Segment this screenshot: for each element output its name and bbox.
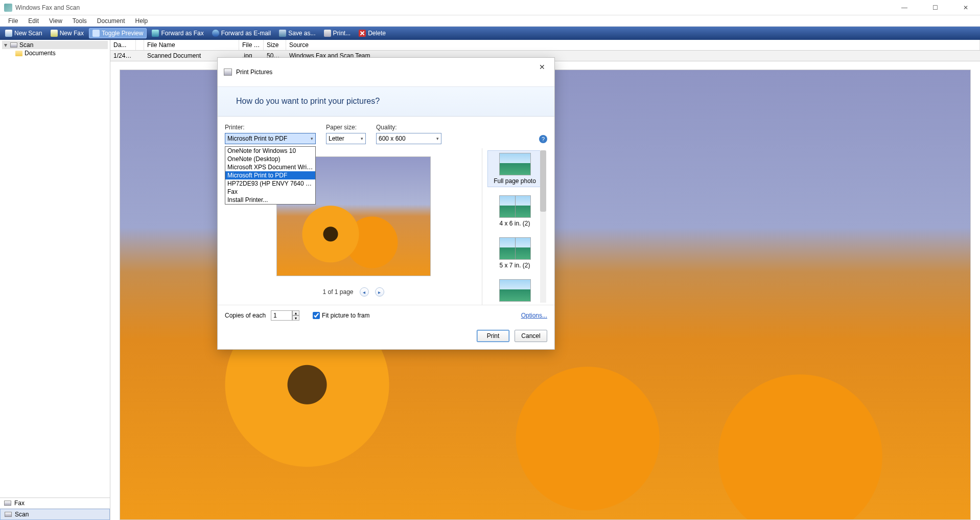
scanner-icon (10, 42, 17, 48)
menu-file[interactable]: File (3, 16, 23, 26)
pager: 1 of 1 page ◂ ▸ (322, 287, 384, 297)
pager-text: 1 of 1 page (322, 288, 353, 296)
printer-option[interactable]: Fax (225, 188, 315, 196)
forward-fax-button[interactable]: Forward as Fax (149, 29, 206, 38)
sidebar: ▾ Scan Documents Fax Scan (0, 40, 110, 520)
print-button[interactable]: Print... (321, 29, 354, 38)
layout-more[interactable] (487, 277, 542, 304)
tree-node-documents[interactable]: Documents (14, 49, 108, 57)
printer-option[interactable]: HP72DE93 (HP ENVY 7640 series) (225, 179, 315, 188)
printer-option[interactable]: Install Printer... (225, 196, 315, 204)
col-attachment[interactable] (136, 40, 144, 50)
col-filetype[interactable]: File T... (239, 40, 264, 50)
save-as-button[interactable]: Save as... (276, 29, 318, 38)
list-header: Da... File Name File T... Size Source (110, 40, 980, 51)
layout-full-page[interactable]: Full page photo (487, 150, 542, 187)
delete-button[interactable]: Delete (356, 29, 389, 38)
new-scan-button[interactable]: New Scan (2, 29, 45, 38)
forward-icon (152, 30, 159, 37)
layout-label: Full page photo (494, 177, 536, 185)
dialog-header: Print Pictures ✕ (218, 58, 554, 86)
layout-scrollbar[interactable] (540, 150, 546, 303)
app-icon (4, 4, 12, 12)
mail-icon (212, 30, 219, 37)
window-controls: — ☐ ✕ (894, 4, 976, 11)
menu-tools[interactable]: Tools (67, 16, 92, 26)
menu-document[interactable]: Document (92, 16, 130, 26)
page-next-button[interactable]: ▸ (375, 287, 384, 297)
menu-view[interactable]: View (44, 16, 67, 26)
col-source[interactable]: Source (286, 40, 980, 50)
print-confirm-button[interactable]: Print (477, 330, 509, 342)
paper-size-dropdown[interactable]: Letter ▾ (326, 133, 366, 144)
toggle-preview-button[interactable]: Toggle Preview (89, 28, 147, 38)
options-link[interactable]: Options... (521, 312, 547, 319)
dialog-close-button[interactable]: ✕ (534, 61, 550, 73)
save-icon (279, 30, 286, 37)
quality-dropdown[interactable]: 600 x 600 ▾ (376, 133, 441, 144)
menu-edit[interactable]: Edit (23, 16, 44, 26)
printer-option-selected[interactable]: Microsoft Print to PDF (225, 171, 315, 179)
chevron-down-icon: ▾ (361, 136, 363, 141)
layout-4x6[interactable]: 4 x 6 in. (2) (487, 193, 542, 229)
cell-attachment (136, 51, 144, 61)
printer-option[interactable]: OneNote for Windows 10 (225, 147, 315, 155)
dialog-body: Printer: Microsoft Print to PDF ▾ Paper … (218, 117, 554, 305)
sidebar-fax-button[interactable]: Fax (0, 498, 110, 509)
quality-label: Quality: (376, 124, 441, 131)
folder-tree: ▾ Scan Documents (0, 40, 110, 498)
printer-selected: Microsoft Print to PDF (227, 135, 287, 142)
fax-device-icon (4, 501, 11, 506)
dialog-options-row: Copies of each ▲ ▼ Fit picture to fram O… (218, 305, 554, 326)
printer-icon (224, 69, 232, 76)
col-size[interactable]: Size (264, 40, 286, 50)
minimize-button[interactable]: — (894, 4, 915, 11)
toolbar: New Scan New Fax Toggle Preview Forward … (0, 27, 980, 40)
fit-frame-checkbox[interactable]: Fit picture to fram (313, 312, 369, 319)
chevron-down-icon: ▾ (311, 136, 313, 141)
menu-help[interactable]: Help (130, 16, 153, 26)
layout-thumb (499, 237, 531, 260)
copies-up-button[interactable]: ▲ (292, 310, 299, 315)
printer-option[interactable]: Microsoft XPS Document Writer (225, 163, 315, 171)
col-filename[interactable]: File Name (144, 40, 239, 50)
chevron-down-icon: ▾ (436, 136, 439, 141)
copies-down-button[interactable]: ▼ (292, 315, 299, 321)
layout-5x7[interactable]: 5 x 7 in. (2) (487, 235, 542, 271)
menubar: File Edit View Tools Document Help (0, 15, 980, 27)
page-prev-button[interactable]: ◂ (360, 287, 369, 297)
collapse-icon[interactable]: ▾ (3, 41, 8, 49)
forward-email-button[interactable]: Forward as E-mail (209, 29, 274, 38)
col-date[interactable]: Da... (110, 40, 136, 50)
fit-frame-label: Fit picture to fram (322, 312, 369, 319)
scrollbar-thumb[interactable] (540, 150, 546, 212)
new-fax-button[interactable]: New Fax (48, 29, 87, 38)
quality-selected: 600 x 600 (379, 135, 406, 142)
copies-input[interactable] (271, 310, 292, 321)
layout-thumb (499, 195, 531, 218)
sidebar-scan-button[interactable]: Scan (0, 509, 110, 520)
sidebar-bottom: Fax Scan (0, 498, 110, 520)
printer-dropdown[interactable]: Microsoft Print to PDF ▾ (225, 133, 316, 144)
fit-frame-input[interactable] (313, 312, 320, 319)
dialog-title: Print Pictures (236, 69, 272, 76)
layout-label: 4 x 6 in. (2) (499, 220, 530, 227)
layout-thumb (499, 153, 531, 175)
folder-icon (15, 51, 22, 56)
copies-label: Copies of each (225, 312, 266, 319)
copies-spinner[interactable]: ▲ ▼ (271, 310, 299, 321)
paper-selected: Letter (329, 135, 344, 142)
maximize-button[interactable]: ☐ (925, 4, 945, 11)
cancel-button[interactable]: Cancel (515, 330, 547, 342)
layout-thumb (499, 279, 531, 302)
window-title: Windows Fax and Scan (15, 4, 80, 11)
close-button[interactable]: ✕ (955, 4, 976, 11)
scanner-icon (5, 512, 12, 517)
tree-node-scan[interactable]: ▾ Scan (2, 41, 108, 49)
print-pictures-dialog: Print Pictures ✕ How do you want to prin… (217, 57, 555, 350)
tree-label: Documents (25, 50, 56, 57)
printer-option[interactable]: OneNote (Desktop) (225, 155, 315, 163)
help-icon[interactable]: ? (539, 135, 547, 143)
paper-size-label: Paper size: (326, 124, 366, 131)
printer-icon (324, 30, 331, 37)
